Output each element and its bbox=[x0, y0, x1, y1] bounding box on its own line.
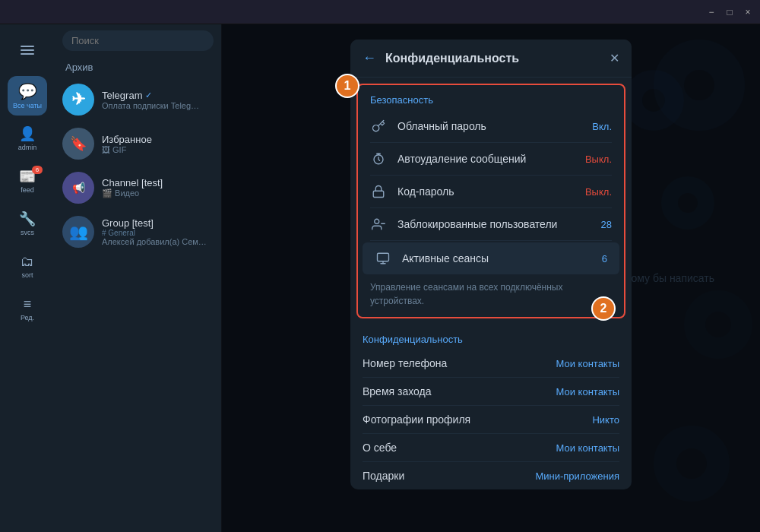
chat-item-telegram[interactable]: ✈ Telegram ✓ Оплата подписки Teleg… bbox=[55, 78, 221, 122]
chat-list-panel: Архив ✈ Telegram ✓ Оплата подписки Teleg… bbox=[55, 24, 222, 532]
passcode-value: Выкл. bbox=[585, 186, 612, 198]
security-section-title: Безопасность bbox=[358, 85, 624, 110]
sidebar-menu-button[interactable] bbox=[8, 30, 47, 70]
sidebar-item-label: feed bbox=[21, 186, 34, 194]
svcs-icon: 🔧 bbox=[19, 211, 36, 227]
menu-item-blocked[interactable]: Заблокированные пользователи 28 bbox=[358, 208, 624, 240]
main-area: Выберите кому бы написать 1 ← Конфиденци… bbox=[222, 24, 760, 532]
modal-header: ← Конфиденциальность ✕ bbox=[350, 40, 632, 78]
hamburger-icon bbox=[17, 43, 37, 58]
title-bar: − □ × bbox=[0, 0, 760, 24]
chat-name-channel: Channel [test] bbox=[102, 177, 214, 188]
chat-preview-group: Алексей добавил(а) Сем… bbox=[102, 237, 214, 246]
menu-item-phone[interactable]: Номер телефона Мои контакты bbox=[350, 350, 632, 377]
avatar-group: 👥 bbox=[62, 216, 94, 248]
chat-info-channel: Channel [test] 🎬 Видео bbox=[102, 177, 214, 198]
passcode-label: Код-пароль bbox=[397, 185, 575, 198]
last-seen-label: Время захода bbox=[363, 385, 546, 397]
phone-value: Мои контакты bbox=[556, 358, 620, 369]
all-chats-icon: 💬 bbox=[18, 82, 37, 100]
chat-preview-telegram: Оплата подписки Teleg… bbox=[102, 101, 214, 110]
sessions-description: Управление сеансами на всех подключённых… bbox=[358, 276, 624, 317]
archive-header: Архив bbox=[55, 57, 221, 78]
sidebar-item-edit[interactable]: ≡ Ред. bbox=[8, 289, 47, 328]
privacy-section-title: Конфиденциальность bbox=[350, 325, 632, 350]
menu-item-cloud-password[interactable]: Облачный пароль Вкл. bbox=[358, 110, 624, 142]
menu-item-auto-delete[interactable]: Автоудаление сообщений Выкл. bbox=[358, 143, 624, 175]
menu-item-bio[interactable]: О себе Мои контакты bbox=[350, 434, 632, 461]
sidebar-item-all-chats[interactable]: 💬 Все чаты bbox=[8, 76, 47, 116]
timer-icon bbox=[370, 150, 387, 167]
block-icon bbox=[370, 216, 387, 233]
sidebar-item-label: sort bbox=[21, 271, 33, 279]
search-input[interactable] bbox=[62, 30, 214, 51]
chat-info-favorites: Избранное 🖼 GIF bbox=[102, 134, 214, 154]
sidebar-item-label: admin bbox=[18, 144, 37, 151]
annotation-1: 1 bbox=[335, 74, 359, 98]
sidebar-item-svcs[interactable]: 🔧 svcs bbox=[8, 204, 47, 243]
lock-icon bbox=[370, 183, 387, 200]
verified-icon: ✓ bbox=[145, 90, 152, 100]
modal-close-button[interactable]: ✕ bbox=[610, 51, 619, 65]
phone-label: Номер телефона bbox=[363, 357, 546, 369]
app-container: 💬 Все чаты 👤 admin 📰 feed 6 🔧 svcs 🗂 sor… bbox=[0, 24, 760, 532]
menu-item-profile-photo[interactable]: Фотографии профиля Никто bbox=[350, 406, 632, 433]
cloud-password-value: Вкл. bbox=[592, 121, 612, 132]
avatar-channel: 📢 bbox=[62, 172, 94, 204]
menu-item-gifts[interactable]: Подарки Мини-приложения bbox=[350, 462, 632, 489]
maximize-button[interactable]: □ bbox=[724, 6, 736, 18]
close-window-button[interactable]: × bbox=[742, 6, 754, 18]
bio-value: Мои контакты bbox=[556, 442, 620, 454]
admin-icon: 👤 bbox=[19, 125, 36, 142]
modal-overlay: 1 ← Конфиденциальность ✕ Безопасность bbox=[222, 24, 760, 532]
menu-item-passcode[interactable]: Код-пароль Выкл. bbox=[358, 176, 624, 207]
gifts-label: Подарки bbox=[363, 470, 524, 482]
chat-item-group[interactable]: 👥 Group [test] # General Алексей добавил… bbox=[55, 210, 221, 254]
chat-preview-channel: 🎬 Видео bbox=[102, 188, 214, 198]
profile-photo-value: Никто bbox=[592, 414, 619, 426]
modal-title: Конфиденциальность bbox=[385, 52, 600, 65]
devices-icon bbox=[375, 250, 391, 267]
edit-icon: ≡ bbox=[24, 296, 32, 312]
cloud-password-label: Облачный пароль bbox=[397, 120, 581, 132]
key-icon bbox=[370, 118, 387, 135]
svg-rect-4 bbox=[378, 253, 389, 261]
avatar-favorites: 🔖 bbox=[62, 128, 94, 160]
sidebar-item-feed[interactable]: 📰 feed 6 bbox=[8, 161, 47, 201]
chat-info-group: Group [test] # General Алексей добавил(а… bbox=[102, 217, 214, 246]
chat-preview-favorites: 🖼 GIF bbox=[102, 145, 214, 154]
last-seen-value: Мои контакты bbox=[556, 386, 620, 397]
sidebar-item-admin[interactable]: 👤 admin bbox=[8, 119, 47, 158]
menu-item-active-sessions[interactable]: Активные сеансы 6 bbox=[363, 242, 619, 274]
annotation-2: 2 bbox=[591, 296, 616, 321]
chat-item-favorites[interactable]: 🔖 Избранное 🖼 GIF bbox=[55, 122, 221, 166]
avatar-telegram: ✈ bbox=[62, 84, 94, 116]
feed-badge: 6 bbox=[32, 166, 43, 174]
svg-rect-1 bbox=[373, 191, 384, 197]
modal-back-button[interactable]: ← bbox=[363, 50, 376, 66]
chat-name-telegram: Telegram ✓ bbox=[102, 90, 214, 101]
sidebar-item-label: Все чаты bbox=[13, 102, 42, 109]
menu-item-last-seen[interactable]: Время захода Мои контакты bbox=[350, 378, 632, 405]
active-sessions-label: Активные сеансы bbox=[402, 252, 591, 264]
gifts-value: Мини-приложения bbox=[535, 470, 619, 482]
privacy-section: Конфиденциальность Номер телефона Мои ко… bbox=[350, 325, 632, 489]
security-section-box: Безопасность Облачный пароль Вкл. bbox=[356, 84, 625, 318]
sort-icon: 🗂 bbox=[21, 254, 34, 270]
auto-delete-label: Автоудаление сообщений bbox=[397, 153, 575, 165]
privacy-modal: ← Конфиденциальность ✕ Безопасность Обла… bbox=[350, 40, 632, 489]
blocked-label: Заблокированные пользователи bbox=[397, 218, 591, 230]
chat-info-telegram: Telegram ✓ Оплата подписки Teleg… bbox=[102, 90, 214, 110]
minimize-button[interactable]: − bbox=[705, 6, 717, 18]
active-sessions-value: 6 bbox=[602, 253, 607, 264]
search-bar bbox=[55, 24, 221, 57]
chat-item-channel[interactable]: 📢 Channel [test] 🎬 Видео bbox=[55, 166, 221, 210]
chat-name-group: Group [test] bbox=[102, 217, 214, 229]
auto-delete-value: Выкл. bbox=[585, 154, 612, 165]
blocked-value: 28 bbox=[601, 219, 612, 230]
sidebar-item-sort[interactable]: 🗂 sort bbox=[8, 246, 47, 286]
svg-point-2 bbox=[375, 219, 379, 223]
divider-4 bbox=[370, 240, 612, 241]
sidebar-item-label: svcs bbox=[21, 229, 34, 236]
profile-photo-label: Фотографии профиля bbox=[363, 413, 581, 426]
